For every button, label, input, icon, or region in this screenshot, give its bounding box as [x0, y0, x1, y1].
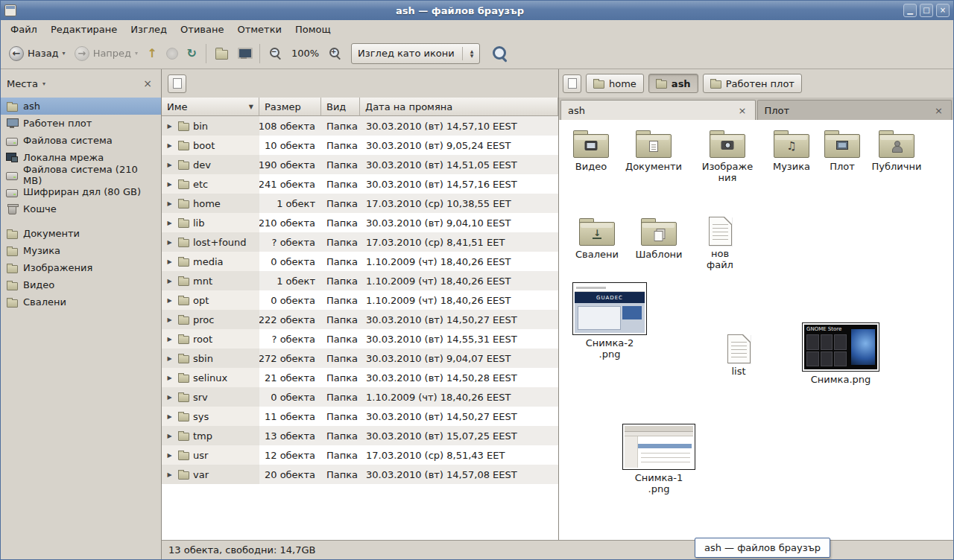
zoom-out-button[interactable]: −	[265, 43, 285, 63]
location-toggle-button[interactable]	[168, 74, 186, 93]
file-item-public[interactable]: Публични	[870, 129, 923, 172]
sidebar-item-music[interactable]: Музика	[1, 242, 161, 259]
tree-row-selinux[interactable]: ▶selinux21 обектаПапка30.03.2010 (вт) 14…	[162, 368, 558, 387]
expander-icon[interactable]: ▶	[165, 452, 174, 459]
reload-button[interactable]: ↻	[183, 43, 200, 64]
up-button[interactable]: ↑	[143, 43, 160, 64]
sidebar-item-ash[interactable]: ash	[1, 98, 161, 115]
menu-file[interactable]: Файл	[4, 22, 44, 37]
tree-row-bin[interactable]: ▶bin108 обектаПапка30.03.2010 (вт) 14,57…	[162, 116, 558, 136]
expander-icon[interactable]: ▶	[165, 413, 174, 420]
tree-row-opt[interactable]: ▶opt0 обектаПапка1.10.2009 (чт) 18,40,26…	[162, 290, 558, 310]
tree-row-mnt[interactable]: ▶mnt1 обектПапка1.10.2009 (чт) 18,40,26 …	[162, 271, 558, 290]
tree-row-sbin[interactable]: ▶sbin272 обектаПапка30.03.2010 (вт) 9,04…	[162, 349, 558, 368]
tree-row-srv[interactable]: ▶srv0 обектаПапка1.10.2009 (чт) 18,40,26…	[162, 387, 558, 407]
file-item-downloads[interactable]: ↓Свалени	[571, 217, 623, 260]
expander-icon[interactable]: ▶	[165, 200, 174, 207]
close-button[interactable]: ×	[936, 4, 950, 17]
sidebar-item-images[interactable]: Изображения	[1, 259, 161, 276]
tab-close-icon[interactable]: ×	[933, 105, 944, 116]
column-header-size[interactable]: Размер	[259, 98, 321, 116]
file-item-list[interactable]: list	[716, 334, 762, 377]
column-header-name[interactable]: Име▼	[162, 98, 259, 116]
menu-bookmarks[interactable]: Отметки	[230, 22, 288, 37]
menu-view[interactable]: Изглед	[124, 22, 174, 37]
search-button[interactable]	[487, 41, 512, 66]
tab-plot[interactable]: Плот×	[757, 100, 953, 120]
path-button-home[interactable]: home	[586, 74, 644, 93]
expander-icon[interactable]: ▶	[165, 123, 174, 130]
tree-row-proc[interactable]: ▶proc222 обектаПапка30.03.2010 (вт) 14,5…	[162, 310, 558, 329]
expander-icon[interactable]: ▶	[165, 375, 174, 381]
file-item-images[interactable]: Изображения	[698, 129, 757, 183]
column-header-date[interactable]: Дата на промяна	[360, 98, 558, 116]
file-item-new-file[interactable]: нов файл	[696, 217, 744, 270]
file-item-documents[interactable]: Документи	[625, 129, 683, 172]
tree-row-media[interactable]: ▶media0 обектаПапка1.10.2009 (чт) 18,40,…	[162, 252, 558, 271]
tree-row-home[interactable]: ▶home1 обектПапка17.03.2010 (ср) 10,38,5…	[162, 194, 558, 213]
expander-icon[interactable]: ▶	[165, 316, 174, 323]
tree-row-lost+found[interactable]: ▶lost+found? обектаПапка17.03.2010 (ср) …	[162, 232, 558, 252]
back-button[interactable]: ← Назад ▾	[5, 42, 69, 65]
file-item-snimka-2[interactable]: GUADECСнимка-2.png	[572, 282, 647, 360]
file-item-music[interactable]: ♫Музика	[765, 129, 818, 172]
sidebar-item-filesystem-210mb[interactable]: Файлова система (210 MB)	[1, 166, 161, 183]
window-menu-icon[interactable]	[4, 4, 16, 16]
sidebar-item-downloads[interactable]: Свалени	[1, 293, 161, 311]
menu-edit[interactable]: Редактиране	[44, 22, 124, 37]
maximize-button[interactable]: □	[920, 4, 933, 17]
minimize-button[interactable]: ▁	[903, 4, 917, 17]
expander-icon[interactable]: ▶	[165, 162, 174, 168]
tree-row-root[interactable]: ▶root? обектаПапка30.03.2010 (вт) 14,55,…	[162, 329, 558, 349]
tree-row-dev[interactable]: ▶dev190 обектаПапка30.03.2010 (вт) 14,51…	[162, 155, 558, 174]
forward-button[interactable]: → Напред ▾	[71, 42, 142, 65]
tree-row-var[interactable]: ▶var20 обектаПапка30.03.2010 (вт) 14,57,…	[162, 465, 558, 484]
tree-row-boot[interactable]: ▶boot10 обектаПапка30.03.2010 (вт) 9,05,…	[162, 136, 558, 155]
tree-row-sys[interactable]: ▶sys11 обектаПапка30.03.2010 (вт) 14,50,…	[162, 407, 558, 426]
file-item-snimka[interactable]: GNOME StoreСнимка.png	[802, 322, 879, 385]
stop-button[interactable]	[162, 44, 182, 63]
sidebar-item-documents[interactable]: Документи	[1, 225, 161, 242]
path-button-desktop[interactable]: Работен плот	[703, 74, 802, 93]
expander-icon[interactable]: ▶	[165, 181, 174, 188]
home-button[interactable]	[212, 43, 232, 63]
sidebar-item-desktop[interactable]: Работен плот	[1, 115, 161, 132]
back-dropdown-icon[interactable]: ▾	[63, 50, 66, 57]
expander-icon[interactable]: ▶	[165, 258, 174, 265]
expander-icon[interactable]: ▶	[165, 433, 174, 439]
zoom-in-button[interactable]: +	[325, 43, 345, 63]
pathbar-edit-button[interactable]	[563, 74, 581, 93]
tab-close-icon[interactable]: ×	[737, 105, 748, 116]
sidebar-item-encrypted-80gb[interactable]: Шифриран дял (80 GB)	[1, 183, 161, 200]
sidebar-close-button[interactable]: ×	[140, 77, 155, 89]
expander-icon[interactable]: ▶	[165, 278, 174, 284]
column-header-type[interactable]: Вид	[321, 98, 360, 116]
expander-icon[interactable]: ▶	[165, 355, 174, 362]
expander-icon[interactable]: ▶	[165, 239, 174, 246]
menu-go[interactable]: Отиване	[174, 22, 230, 37]
expander-icon[interactable]: ▶	[165, 142, 174, 149]
tree-row-tmp[interactable]: ▶tmp13 обектаПапка30.03.2010 (вт) 15,07,…	[162, 426, 558, 445]
expander-icon[interactable]: ▶	[165, 394, 174, 401]
sidebar-mode-select[interactable]: Места ▾	[7, 78, 45, 89]
path-button-ash[interactable]: ash	[648, 74, 698, 93]
file-item-snimka-1[interactable]: Снимка-1.png	[622, 424, 696, 494]
expander-icon[interactable]: ▶	[165, 471, 174, 478]
tree-row-lib[interactable]: ▶lib210 обектаПапка30.03.2010 (вт) 9,04,…	[162, 213, 558, 232]
tree-row-usr[interactable]: ▶usr12 обектаПапка17.03.2010 (ср) 8,51,4…	[162, 445, 558, 465]
file-item-video[interactable]: Видео	[566, 129, 616, 172]
tab-ash[interactable]: ash×	[560, 100, 756, 120]
file-item-templates[interactable]: Шаблони	[632, 217, 686, 260]
sidebar-item-video[interactable]: Видео	[1, 276, 161, 293]
tree-row-etc[interactable]: ▶etc241 обектаПапка30.03.2010 (вт) 14,57…	[162, 174, 558, 194]
file-item-desktop[interactable]: Плот	[819, 129, 865, 172]
expander-icon[interactable]: ▶	[165, 220, 174, 226]
view-mode-select[interactable]: Изглед като икони ▲▼	[351, 43, 480, 64]
menu-help[interactable]: Помощ	[288, 22, 338, 37]
computer-button[interactable]	[233, 44, 254, 63]
expander-icon[interactable]: ▶	[165, 336, 174, 343]
sidebar-item-filesystem[interactable]: Файлова система	[1, 132, 161, 149]
file-date: 1.10.2009 (чт) 18,40,26 EEST	[360, 252, 558, 271]
sidebar-item-trash[interactable]: Кошче	[1, 200, 161, 217]
expander-icon[interactable]: ▶	[165, 297, 174, 304]
